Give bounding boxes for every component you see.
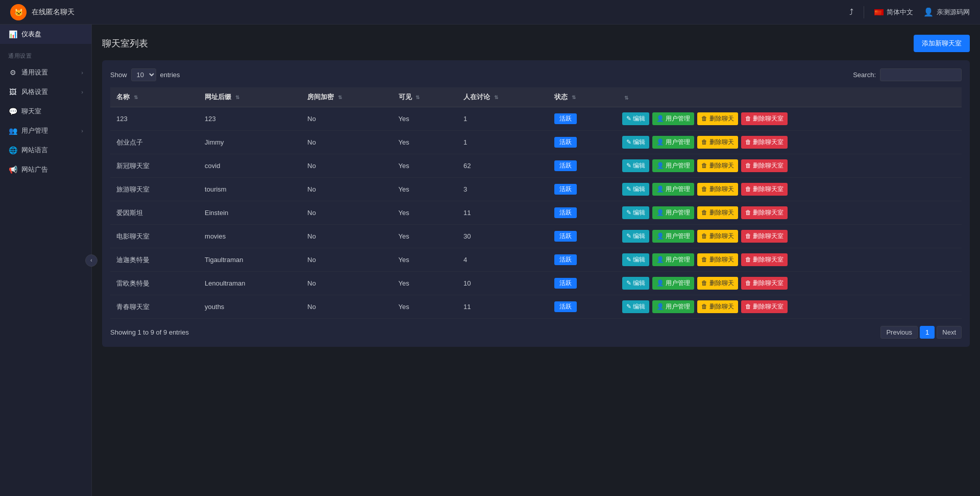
cell-status-8: 活跃: [548, 295, 616, 319]
edit-button-6[interactable]: ✎ 编辑: [622, 253, 649, 266]
cell-people-0: 1: [457, 107, 548, 131]
sort-icon-visible: ⇅: [415, 95, 420, 100]
user-avatar-icon: 👤: [923, 7, 934, 17]
sidebar-collapse-button[interactable]: ‹: [85, 254, 97, 267]
delete-button-6[interactable]: 🗑 删除聊天室: [741, 253, 788, 266]
cell-status-0: 活跃: [548, 107, 616, 131]
cell-status-7: 活跃: [548, 272, 616, 295]
export-icon[interactable]: ⤴: [849, 8, 853, 17]
col-header-url-suffix[interactable]: 网址后缀 ⇅: [199, 87, 301, 107]
next-page-button[interactable]: Next: [937, 326, 962, 339]
edit-button-1[interactable]: ✎ 编辑: [622, 136, 649, 149]
sidebar-label-chat-room: 聊天室: [21, 107, 41, 116]
cell-visible-0: Yes: [393, 107, 458, 131]
header-right: ⤴ 🇨🇳 简体中文 👤 亲测源码网: [849, 6, 970, 18]
table-row: 雷欧奥特曼 Lenoultraman No Yes 10 活跃 ✎ 编辑 👤 用…: [110, 272, 962, 295]
delete-button-3[interactable]: 🗑 删除聊天室: [741, 183, 788, 196]
mute-button-1[interactable]: 🗑 删除聊天: [697, 136, 738, 149]
cell-actions-6: ✎ 编辑 👤 用户管理 🗑 删除聊天 🗑 删除聊天室: [616, 248, 962, 272]
sort-icon-url: ⇅: [235, 95, 239, 100]
sidebar-item-user-management[interactable]: 👥 用户管理 ›: [0, 121, 91, 140]
mute-button-2[interactable]: 🗑 删除聊天: [697, 159, 738, 172]
cell-enc-6: No: [301, 248, 392, 272]
sidebar-item-website-language[interactable]: 🌐 网站语言: [0, 140, 91, 160]
mute-button-3[interactable]: 🗑 删除聊天: [697, 183, 738, 196]
user-info[interactable]: 👤 亲测源码网: [923, 7, 970, 17]
user-manage-button-5[interactable]: 👤 用户管理: [652, 230, 694, 243]
entries-select[interactable]: 10 25 50: [131, 68, 156, 81]
cell-enc-7: No: [301, 272, 392, 295]
edit-button-2[interactable]: ✎ 编辑: [622, 159, 649, 172]
user-manage-button-2[interactable]: 👤 用户管理: [652, 159, 694, 172]
entries-label: entries: [160, 71, 180, 79]
mute-button-4[interactable]: 🗑 删除聊天: [697, 206, 738, 219]
edit-button-8[interactable]: ✎ 编辑: [622, 300, 649, 313]
cell-people-2: 62: [457, 154, 548, 178]
sort-icon-status: ⇅: [572, 95, 576, 100]
top-header: 🐱 在线匿名聊天 ⤴ 🇨🇳 简体中文 👤 亲测源码网: [0, 0, 980, 25]
chevron-right-icon-2: ›: [81, 89, 83, 95]
mute-button-8[interactable]: 🗑 删除聊天: [697, 300, 738, 313]
user-manage-button-0[interactable]: 👤 用户管理: [652, 112, 694, 125]
cell-people-3: 3: [457, 178, 548, 201]
page-1-button[interactable]: 1: [920, 326, 935, 339]
sidebar-item-dashboard[interactable]: 📊 仪表盘: [0, 25, 91, 44]
header-left: 🐱 在线匿名聊天: [10, 4, 75, 20]
sidebar-item-website-ads[interactable]: 📢 网站广告: [0, 160, 91, 179]
cell-name-0: 123: [110, 107, 199, 131]
sidebar-label-style-settings: 风格设置: [21, 87, 48, 97]
prev-page-button[interactable]: Previous: [880, 326, 918, 339]
user-manage-button-1[interactable]: 👤 用户管理: [652, 136, 694, 149]
cell-status-6: 活跃: [548, 248, 616, 272]
cell-name-8: 青春聊天室: [110, 295, 199, 319]
col-header-visible[interactable]: 可见 ⇅: [393, 87, 458, 107]
pagination-area: Showing 1 to 9 of 9 entries Previous 1 N…: [110, 326, 962, 339]
mute-button-6[interactable]: 🗑 删除聊天: [697, 253, 738, 266]
cell-status-4: 活跃: [548, 201, 616, 225]
mute-button-7[interactable]: 🗑 删除聊天: [697, 277, 738, 290]
user-manage-button-8[interactable]: 👤 用户管理: [652, 300, 694, 313]
user-manage-button-6[interactable]: 👤 用户管理: [652, 253, 694, 266]
edit-button-3[interactable]: ✎ 编辑: [622, 183, 649, 196]
cell-status-1: 活跃: [548, 131, 616, 154]
dashboard-icon: 📊: [8, 30, 17, 38]
edit-button-7[interactable]: ✎ 编辑: [622, 277, 649, 290]
sidebar-item-general-settings[interactable]: ⚙ 通用设置 ›: [0, 63, 91, 82]
delete-button-8[interactable]: 🗑 删除聊天室: [741, 300, 788, 313]
sidebar-item-chat-room[interactable]: 💬 聊天室: [0, 102, 91, 121]
col-header-name[interactable]: 名称 ⇅: [110, 87, 199, 107]
edit-button-5[interactable]: ✎ 编辑: [622, 230, 649, 243]
sort-icon-people: ⇅: [494, 95, 498, 100]
delete-button-2[interactable]: 🗑 删除聊天室: [741, 159, 788, 172]
delete-button-7[interactable]: 🗑 删除聊天室: [741, 277, 788, 290]
delete-button-0[interactable]: 🗑 删除聊天室: [741, 112, 788, 125]
user-manage-button-4[interactable]: 👤 用户管理: [652, 206, 694, 219]
cell-enc-0: No: [301, 107, 392, 131]
delete-button-1[interactable]: 🗑 删除聊天室: [741, 136, 788, 149]
cell-url-1: Jimmy: [199, 131, 301, 154]
chat-room-icon: 💬: [8, 107, 17, 115]
lang-label: 简体中文: [887, 8, 913, 17]
edit-button-0[interactable]: ✎ 编辑: [622, 112, 649, 125]
add-chatroom-button[interactable]: 添加新聊天室: [914, 35, 970, 52]
lang-selector[interactable]: 🇨🇳 简体中文: [874, 8, 913, 17]
delete-button-4[interactable]: 🗑 删除聊天室: [741, 206, 788, 219]
col-header-status[interactable]: 状态 ⇅: [548, 87, 616, 107]
user-manage-button-7[interactable]: 👤 用户管理: [652, 277, 694, 290]
header-divider: [864, 6, 864, 18]
mute-button-0[interactable]: 🗑 删除聊天: [697, 112, 738, 125]
col-header-people[interactable]: 人在讨论 ⇅: [457, 87, 548, 107]
cell-url-2: covid: [199, 154, 301, 178]
delete-button-5[interactable]: 🗑 删除聊天室: [741, 230, 788, 243]
cell-status-5: 活跃: [548, 225, 616, 248]
cell-enc-2: No: [301, 154, 392, 178]
sidebar-item-style-settings[interactable]: 🖼 风格设置 ›: [0, 82, 91, 102]
user-manage-button-3[interactable]: 👤 用户管理: [652, 183, 694, 196]
col-header-encryption[interactable]: 房间加密 ⇅: [301, 87, 392, 107]
table-row: 迪迦奥特曼 Tigaultraman No Yes 4 活跃 ✎ 编辑 👤 用户…: [110, 248, 962, 272]
search-input[interactable]: [880, 68, 962, 81]
chevron-right-icon: ›: [81, 69, 83, 76]
cell-actions-3: ✎ 编辑 👤 用户管理 🗑 删除聊天 🗑 删除聊天室: [616, 178, 962, 201]
edit-button-4[interactable]: ✎ 编辑: [622, 206, 649, 219]
mute-button-5[interactable]: 🗑 删除聊天: [697, 230, 738, 243]
